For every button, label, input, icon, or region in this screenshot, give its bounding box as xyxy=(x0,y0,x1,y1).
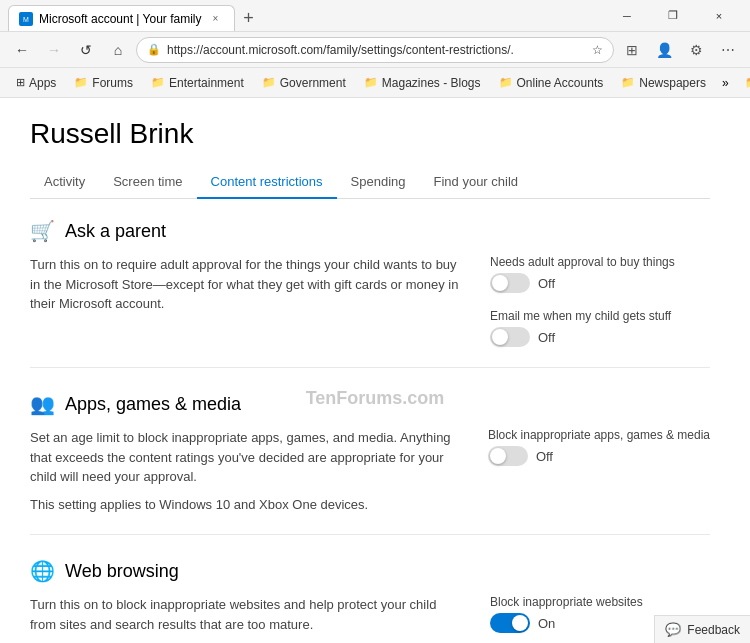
home-button[interactable]: ⌂ xyxy=(104,36,132,64)
browser-tab[interactable]: M Microsoft account | Your family × xyxy=(8,5,235,31)
tab-screen-time[interactable]: Screen time xyxy=(99,166,196,199)
ask-a-parent-desc: Turn this on to require adult approval f… xyxy=(30,255,460,347)
cart-icon: 🛒 xyxy=(30,219,55,243)
bookmarks-bar: ⊞ Apps 📁 Forums 📁 Entertainment 📁 Govern… xyxy=(0,68,750,98)
title-bar: M Microsoft account | Your family × + ─ … xyxy=(0,0,750,32)
folder-icon-6: 📁 xyxy=(621,76,635,89)
refresh-button[interactable]: ↺ xyxy=(72,36,100,64)
block-inappropriate-apps-status: Off xyxy=(536,449,553,464)
needs-adult-approval-group: Needs adult approval to buy things Off xyxy=(490,255,710,293)
bookmark-magazines-label: Magazines - Blogs xyxy=(382,76,481,90)
extensions-icon[interactable]: ⊞ xyxy=(618,36,646,64)
tab-close-button[interactable]: × xyxy=(208,11,224,27)
needs-adult-approval-row: Off xyxy=(490,273,710,293)
tab-title: Microsoft account | Your family xyxy=(39,12,202,26)
ask-a-parent-section: 🛒 Ask a parent Turn this on to require a… xyxy=(30,219,710,368)
settings-icon[interactable]: ⚙ xyxy=(682,36,710,64)
back-button[interactable]: ← xyxy=(8,36,36,64)
apps-games-media-desc: Set an age limit to block inappropriate … xyxy=(30,428,458,514)
bookmark-forums-label: Forums xyxy=(92,76,133,90)
block-inappropriate-apps-toggle[interactable] xyxy=(488,446,528,466)
folder-icon-3: 📁 xyxy=(262,76,276,89)
bookmark-magazines[interactable]: 📁 Magazines - Blogs xyxy=(356,73,489,93)
restore-button[interactable]: ❐ xyxy=(650,0,696,32)
ask-a-parent-title: 🛒 Ask a parent xyxy=(30,219,710,243)
apps-games-media-controls: Block inappropriate apps, games & media … xyxy=(488,428,710,514)
web-browsing-section: 🌐 Web browsing Turn this on to block ina… xyxy=(30,559,710,643)
forward-button[interactable]: → xyxy=(40,36,68,64)
page-content: Russell Brink Activity Screen time Conte… xyxy=(0,98,750,643)
bookmark-online-accounts-label: Online Accounts xyxy=(517,76,604,90)
bookmark-online-accounts[interactable]: 📁 Online Accounts xyxy=(491,73,612,93)
bookmarks-more-button[interactable]: » xyxy=(716,73,735,93)
address-text: https://account.microsoft.com/family/set… xyxy=(167,43,586,57)
folder-icon-4: 📁 xyxy=(364,76,378,89)
block-inappropriate-apps-row: Off xyxy=(488,446,710,466)
bookmark-newspapers-label: Newspapers xyxy=(639,76,706,90)
ask-a-parent-controls: Needs adult approval to buy things Off E… xyxy=(490,255,710,347)
folder-icon-2: 📁 xyxy=(151,76,165,89)
minimize-button[interactable]: ─ xyxy=(604,0,650,32)
bookmark-other[interactable]: 📁 Other bookmarks xyxy=(737,73,750,93)
apps-icon: ⊞ xyxy=(16,76,25,89)
people-icon: 👥 xyxy=(30,392,55,416)
bookmark-entertainment[interactable]: 📁 Entertainment xyxy=(143,73,252,93)
bookmark-forums[interactable]: 📁 Forums xyxy=(66,73,141,93)
email-me-status: Off xyxy=(538,330,555,345)
star-icon[interactable]: ☆ xyxy=(592,43,603,57)
needs-adult-approval-toggle[interactable] xyxy=(490,273,530,293)
folder-icon-7: 📁 xyxy=(745,76,750,89)
tab-spending[interactable]: Spending xyxy=(337,166,420,199)
profile-icon[interactable]: 👤 xyxy=(650,36,678,64)
web-browsing-desc-text: Turn this on to block inappropriate webs… xyxy=(30,595,460,634)
address-bar[interactable]: 🔒 https://account.microsoft.com/family/s… xyxy=(136,37,614,63)
web-browsing-label: Web browsing xyxy=(65,561,179,582)
feedback-button[interactable]: 💬 Feedback xyxy=(654,615,750,643)
apps-games-media-desc-text2: This setting applies to Windows 10 and X… xyxy=(30,495,458,515)
web-browsing-desc: Turn this on to block inappropriate webs… xyxy=(30,595,460,643)
feedback-label: Feedback xyxy=(687,623,740,637)
tab-find-your-child[interactable]: Find your child xyxy=(420,166,533,199)
block-websites-label: Block inappropriate websites xyxy=(490,595,710,609)
needs-adult-approval-status: Off xyxy=(538,276,555,291)
apps-games-media-desc-text: Set an age limit to block inappropriate … xyxy=(30,428,458,487)
email-me-label: Email me when my child gets stuff xyxy=(490,309,710,323)
bookmark-government-label: Government xyxy=(280,76,346,90)
nav-icons: ⊞ 👤 ⚙ ⋯ xyxy=(618,36,742,64)
folder-icon-5: 📁 xyxy=(499,76,513,89)
new-tab-button[interactable]: + xyxy=(235,5,263,31)
window-controls: ─ ❐ × xyxy=(604,0,742,32)
more-icon[interactable]: ⋯ xyxy=(714,36,742,64)
email-me-toggle[interactable] xyxy=(490,327,530,347)
nav-tabs: Activity Screen time Content restriction… xyxy=(30,166,710,199)
apps-games-media-label: Apps, games & media xyxy=(65,394,241,415)
block-inappropriate-apps-label: Block inappropriate apps, games & media xyxy=(488,428,710,442)
needs-adult-approval-label: Needs adult approval to buy things xyxy=(490,255,710,269)
globe-icon: 🌐 xyxy=(30,559,55,583)
navigation-bar: ← → ↺ ⌂ 🔒 https://account.microsoft.com/… xyxy=(0,32,750,68)
lock-icon: 🔒 xyxy=(147,43,161,56)
bookmark-entertainment-label: Entertainment xyxy=(169,76,244,90)
page-title: Russell Brink xyxy=(30,118,710,150)
apps-games-media-section: 👥 Apps, games & media Set an age limit t… xyxy=(30,392,710,535)
bookmark-newspapers[interactable]: 📁 Newspapers xyxy=(613,73,714,93)
ask-a-parent-label: Ask a parent xyxy=(65,221,166,242)
svg-text:M: M xyxy=(23,16,29,23)
tab-activity[interactable]: Activity xyxy=(30,166,99,199)
ask-a-parent-desc-text: Turn this on to require adult approval f… xyxy=(30,255,460,314)
feedback-icon: 💬 xyxy=(665,622,681,637)
close-window-button[interactable]: × xyxy=(696,0,742,32)
apps-games-media-title: 👥 Apps, games & media xyxy=(30,392,710,416)
web-browsing-title: 🌐 Web browsing xyxy=(30,559,710,583)
block-websites-toggle[interactable] xyxy=(490,613,530,633)
block-websites-status: On xyxy=(538,616,555,631)
web-browsing-body: Turn this on to block inappropriate webs… xyxy=(30,595,710,643)
bookmark-apps[interactable]: ⊞ Apps xyxy=(8,73,64,93)
bookmark-apps-label: Apps xyxy=(29,76,56,90)
email-me-row: Off xyxy=(490,327,710,347)
bookmark-government[interactable]: 📁 Government xyxy=(254,73,354,93)
folder-icon: 📁 xyxy=(74,76,88,89)
tab-content-restrictions[interactable]: Content restrictions xyxy=(197,166,337,199)
email-me-group: Email me when my child gets stuff Off xyxy=(490,309,710,347)
apps-games-media-body: Set an age limit to block inappropriate … xyxy=(30,428,710,514)
